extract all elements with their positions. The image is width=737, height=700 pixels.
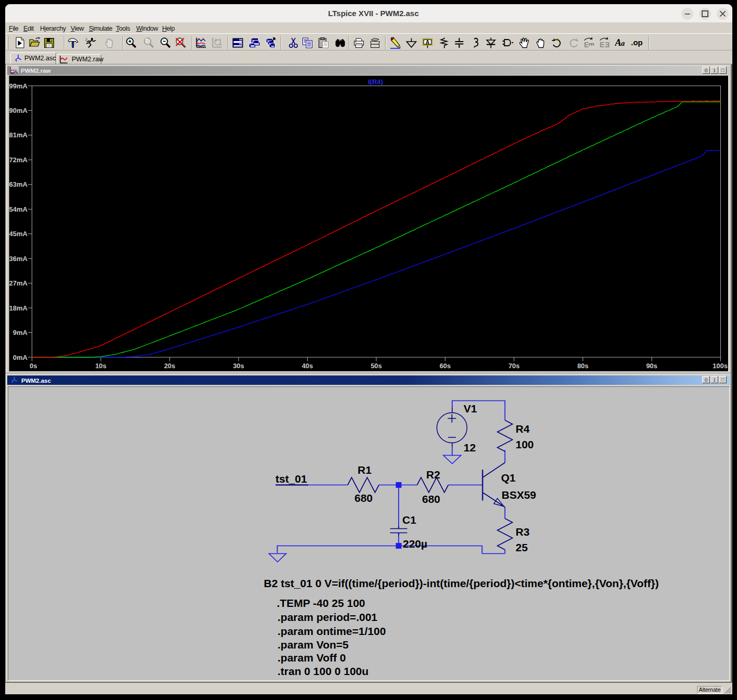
svg-text:E: E <box>600 41 604 49</box>
svg-text:0s: 0s <box>30 362 37 370</box>
svg-text:36mA: 36mA <box>9 255 28 263</box>
svg-text:.tran 0 100 0 100u: .tran 0 100 0 100u <box>278 665 368 677</box>
svg-text:63mA: 63mA <box>9 180 28 188</box>
svg-text:A: A <box>426 40 429 45</box>
svg-text:BSX59: BSX59 <box>502 489 536 501</box>
svg-text:60s: 60s <box>440 362 451 370</box>
svg-text:I(R4): I(R4) <box>368 78 383 86</box>
svg-text:680: 680 <box>422 493 440 505</box>
svg-text:.op: .op <box>631 38 643 47</box>
svg-text:70s: 70s <box>508 362 520 370</box>
svg-text:680: 680 <box>354 492 373 504</box>
svg-text:81mA: 81mA <box>9 131 28 139</box>
svg-text:.param Voff 0: .param Voff 0 <box>278 652 346 664</box>
svg-text:80s: 80s <box>577 362 589 370</box>
svg-text:R2: R2 <box>426 469 440 481</box>
svg-text:18mA: 18mA <box>9 304 28 312</box>
svg-text:V1: V1 <box>464 403 477 414</box>
svg-text:90mA: 90mA <box>9 107 28 114</box>
svg-text:R3: R3 <box>516 526 530 538</box>
svg-text:9mA: 9mA <box>13 329 28 336</box>
svg-text:100: 100 <box>516 438 534 450</box>
svg-text:12: 12 <box>464 442 476 453</box>
svg-text:25: 25 <box>516 541 528 553</box>
svg-text:A: A <box>615 37 622 48</box>
svg-text:C1: C1 <box>402 514 416 526</box>
svg-text:0mA: 0mA <box>13 354 28 361</box>
svg-text:R1: R1 <box>358 464 372 476</box>
svg-text:E: E <box>584 41 589 49</box>
svg-text:R4: R4 <box>516 423 530 435</box>
svg-text:40s: 40s <box>302 362 313 370</box>
svg-text:99mA: 99mA <box>9 82 28 90</box>
svg-text:220µ: 220µ <box>403 538 427 550</box>
svg-text:45mA: 45mA <box>9 230 28 238</box>
svg-text:a: a <box>621 40 625 47</box>
svg-text:.param Von=5: .param Von=5 <box>278 639 349 651</box>
svg-text:B2 tst_01 0 V=if((time/{period: B2 tst_01 0 V=if((time/{period})-int(tim… <box>264 577 659 589</box>
svg-text:27mA: 27mA <box>9 279 28 287</box>
svg-text:54mA: 54mA <box>9 205 28 213</box>
svg-text:50s: 50s <box>371 362 382 370</box>
svg-text:.param ontime=1/100: .param ontime=1/100 <box>278 625 386 637</box>
svg-text:tst_01: tst_01 <box>275 473 307 485</box>
svg-text:10s: 10s <box>95 362 107 370</box>
svg-text:.TEMP -40 25 100: .TEMP -40 25 100 <box>277 597 365 609</box>
svg-text:100s: 100s <box>713 362 728 370</box>
svg-text:20s: 20s <box>164 362 176 370</box>
svg-text:72mA: 72mA <box>9 156 28 164</box>
svg-text:.param period=.001: .param period=.001 <box>278 611 377 623</box>
svg-text:E: E <box>605 41 610 49</box>
svg-text:Q1: Q1 <box>501 472 516 484</box>
svg-text:30s: 30s <box>233 362 244 370</box>
svg-text:90s: 90s <box>646 362 657 370</box>
